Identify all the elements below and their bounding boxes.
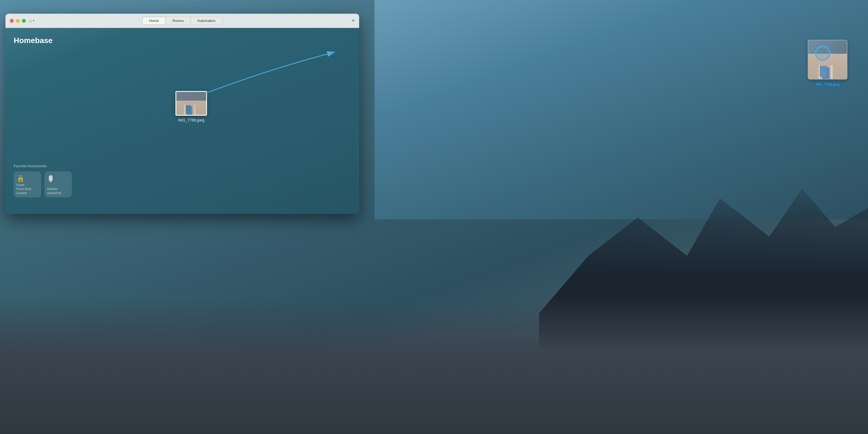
accessories-row: 🔒 FoyerFront DoorLocked KitchenHomePod: [14, 172, 72, 197]
svg-rect-0: [49, 175, 53, 181]
drag-image-label: IMG_7788.jpeg: [178, 118, 205, 122]
accessory-tile-kitchen-homepod[interactable]: KitchenHomePod: [44, 172, 72, 197]
desktop-file-icon[interactable]: IMG_7788.jpeg: [804, 40, 851, 87]
minimize-button[interactable]: [16, 19, 20, 23]
add-button[interactable]: +: [351, 18, 355, 24]
foyer-label: FoyerFront DoorLocked: [17, 183, 32, 195]
app-content: Homebase Favorite Accessories 🔒 FoyerFro…: [5, 28, 359, 214]
home-icon: ⌂: [29, 19, 32, 23]
magnifier-circle: [815, 46, 830, 61]
title-bar: ⌂ ▾ Home Rooms Automation +: [5, 14, 359, 28]
sky-gradient: [374, 0, 868, 219]
tab-home[interactable]: Home: [142, 17, 165, 25]
traffic-lights: [10, 19, 26, 23]
favorite-accessories-section: Favorite Accessories 🔒 FoyerFront DoorLo…: [14, 164, 72, 197]
homepod-icon: [47, 175, 54, 185]
section-label: Favorite Accessories: [14, 164, 72, 168]
drag-image-container: IMG_7788.jpeg: [176, 91, 207, 122]
desktop-icon-label: IMG_7788.jpeg: [814, 82, 841, 87]
accessory-tile-foyer[interactable]: 🔒 FoyerFront DoorLocked: [14, 172, 41, 197]
lock-icon: 🔒: [17, 175, 25, 182]
kitchen-homepod-label: KitchenHomePod: [47, 187, 61, 195]
svg-rect-1: [49, 181, 52, 182]
tab-rooms[interactable]: Rooms: [165, 17, 190, 25]
tab-automation[interactable]: Automation: [190, 17, 222, 25]
tab-bar: Home Rooms Automation: [142, 17, 222, 25]
app-title: Homebase: [14, 36, 351, 45]
home-dropdown-arrow: ▾: [33, 19, 34, 22]
app-window: ⌂ ▾ Home Rooms Automation + Homebase Fav…: [5, 14, 359, 214]
drag-image-thumbnail: [176, 91, 207, 116]
home-icon-btn[interactable]: ⌂ ▾: [29, 19, 34, 23]
desktop-icon-thumbnail: [808, 40, 847, 80]
close-button[interactable]: [10, 19, 14, 23]
maximize-button[interactable]: [22, 19, 26, 23]
